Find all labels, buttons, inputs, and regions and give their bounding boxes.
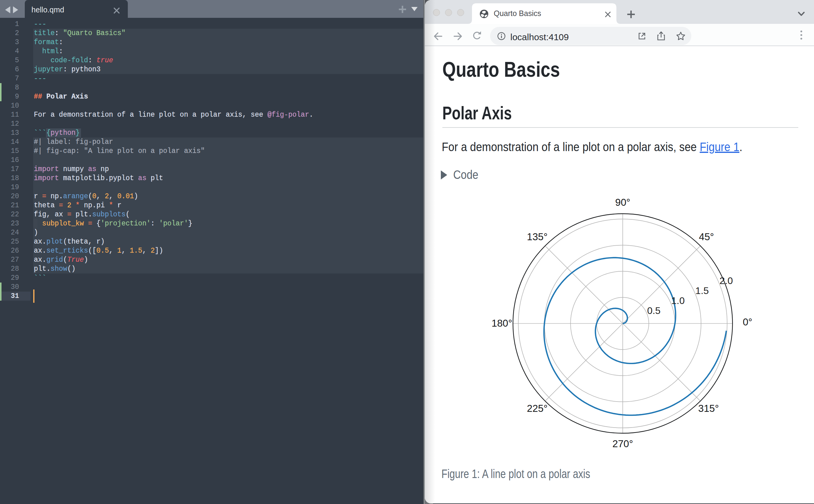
svg-text:180°: 180° <box>492 318 512 329</box>
svg-text:0°: 0° <box>743 316 752 328</box>
svg-text:315°: 315° <box>698 403 719 414</box>
svg-text:2.0: 2.0 <box>719 275 733 286</box>
svg-text:90°: 90° <box>615 197 630 208</box>
svg-text:135°: 135° <box>527 231 548 242</box>
svg-text:1.0: 1.0 <box>671 295 684 306</box>
svg-text:270°: 270° <box>612 438 633 449</box>
svg-text:225°: 225° <box>527 403 548 414</box>
svg-text:1.5: 1.5 <box>695 285 709 296</box>
svg-text:45°: 45° <box>699 231 714 242</box>
svg-text:0.5: 0.5 <box>647 305 661 316</box>
